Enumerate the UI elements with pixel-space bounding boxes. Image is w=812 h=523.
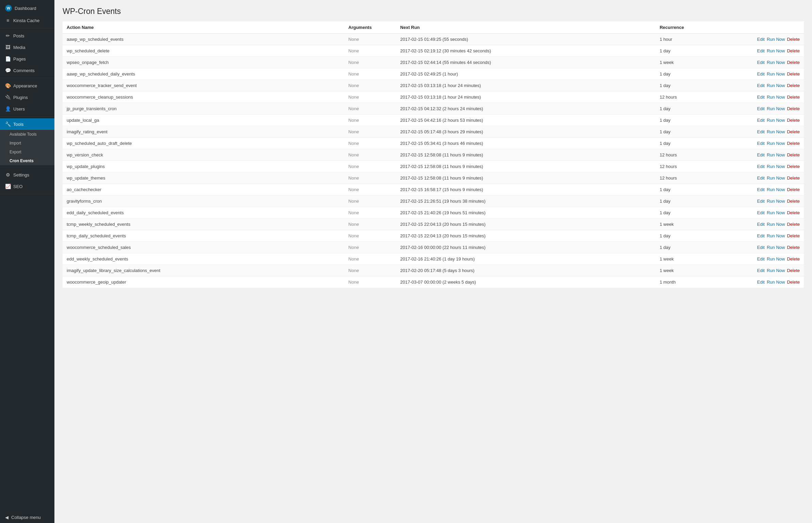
delete-button[interactable]: Delete [787, 164, 800, 169]
sidebar-item-export[interactable]: Export [0, 148, 54, 156]
edit-button[interactable]: Edit [757, 95, 765, 100]
col-header-next-run: Next Run [396, 21, 656, 34]
edit-button[interactable]: Edit [757, 141, 765, 146]
edit-button[interactable]: Edit [757, 60, 765, 65]
delete-button[interactable]: Delete [787, 245, 800, 250]
edit-button[interactable]: Edit [757, 245, 765, 250]
delete-button[interactable]: Delete [787, 48, 800, 53]
edit-button[interactable]: Edit [757, 233, 765, 238]
run-now-button[interactable]: Run Now [767, 233, 785, 238]
edit-button[interactable]: Edit [757, 71, 765, 77]
sidebar-item-kinsta[interactable]: ≡ Kinsta Cache [0, 15, 54, 26]
run-now-button[interactable]: Run Now [767, 118, 785, 123]
edit-button[interactable]: Edit [757, 268, 765, 273]
edit-button[interactable]: Edit [757, 48, 765, 53]
sidebar-item-import[interactable]: Import [0, 139, 54, 148]
dashboard-icon: W [5, 5, 12, 12]
delete-button[interactable]: Delete [787, 129, 800, 134]
run-now-button[interactable]: Run Now [767, 268, 785, 273]
collapse-menu-button[interactable]: ◀ Collapse menu [0, 512, 54, 523]
sidebar-item-settings[interactable]: ⚙ Settings [0, 169, 54, 181]
edit-button[interactable]: Edit [757, 256, 765, 262]
delete-button[interactable]: Delete [787, 95, 800, 100]
delete-button[interactable]: Delete [787, 187, 800, 192]
sidebar-item-posts[interactable]: ✏ Posts [0, 30, 54, 41]
edit-button[interactable]: Edit [757, 222, 765, 227]
edit-button[interactable]: Edit [757, 83, 765, 88]
edit-button[interactable]: Edit [757, 199, 765, 204]
run-now-button[interactable]: Run Now [767, 245, 785, 250]
delete-button[interactable]: Delete [787, 222, 800, 227]
table-row: wp_version_checkNone2017-02-15 12:58:08 … [63, 149, 804, 161]
run-now-button[interactable]: Run Now [767, 83, 785, 88]
sidebar-item-plugins[interactable]: 🔌 Plugins [0, 91, 54, 103]
run-now-button[interactable]: Run Now [767, 141, 785, 146]
sidebar-item-users[interactable]: 👤 Users [0, 103, 54, 115]
delete-button[interactable]: Delete [787, 152, 800, 157]
delete-button[interactable]: Delete [787, 175, 800, 181]
delete-button[interactable]: Delete [787, 60, 800, 65]
sidebar-item-seo[interactable]: 📈 SEO [0, 181, 54, 192]
cell-args: None [344, 80, 396, 91]
cell-recurrence: 1 day [656, 80, 730, 91]
edit-button[interactable]: Edit [757, 129, 765, 134]
delete-button[interactable]: Delete [787, 141, 800, 146]
tools-icon: 🔧 [5, 121, 11, 127]
delete-button[interactable]: Delete [787, 233, 800, 238]
cell-actions: EditRun NowDelete [730, 172, 804, 184]
delete-button[interactable]: Delete [787, 83, 800, 88]
edit-button[interactable]: Edit [757, 210, 765, 215]
main-content: WP-Cron Events Action Name Arguments Nex… [54, 0, 812, 523]
run-now-button[interactable]: Run Now [767, 95, 785, 100]
run-now-button[interactable]: Run Now [767, 106, 785, 111]
cell-next-run: 2017-02-15 04:12:32 (2 hours 24 minutes) [396, 103, 656, 115]
sidebar-item-comments[interactable]: 💬 Comments [0, 65, 54, 76]
edit-button[interactable]: Edit [757, 280, 765, 285]
sidebar-item-dashboard[interactable]: W Dashboard [0, 2, 54, 15]
delete-button[interactable]: Delete [787, 256, 800, 262]
sidebar-item-pages[interactable]: 📄 Pages [0, 53, 54, 65]
cell-args: None [344, 115, 396, 126]
run-now-button[interactable]: Run Now [767, 164, 785, 169]
edit-button[interactable]: Edit [757, 37, 765, 42]
sidebar-item-appearance[interactable]: 🎨 Appearance [0, 80, 54, 91]
delete-button[interactable]: Delete [787, 37, 800, 42]
sidebar-item-media[interactable]: 🖼 Media [0, 41, 54, 53]
delete-button[interactable]: Delete [787, 199, 800, 204]
run-now-button[interactable]: Run Now [767, 256, 785, 262]
run-now-button[interactable]: Run Now [767, 152, 785, 157]
cell-next-run: 2017-02-20 05:17:48 (5 days 3 hours) [396, 265, 656, 276]
run-now-button[interactable]: Run Now [767, 48, 785, 53]
run-now-button[interactable]: Run Now [767, 37, 785, 42]
delete-button[interactable]: Delete [787, 118, 800, 123]
sidebar-item-available-tools[interactable]: Available Tools [0, 130, 54, 139]
edit-button[interactable]: Edit [757, 175, 765, 181]
run-now-button[interactable]: Run Now [767, 199, 785, 204]
run-now-button[interactable]: Run Now [767, 129, 785, 134]
run-now-button[interactable]: Run Now [767, 210, 785, 215]
delete-button[interactable]: Delete [787, 280, 800, 285]
edit-button[interactable]: Edit [757, 152, 765, 157]
pages-icon: 📄 [5, 56, 11, 62]
run-now-button[interactable]: Run Now [767, 222, 785, 227]
cell-next-run: 2017-02-15 03:13:18 (1 hour 24 minutes) [396, 91, 656, 103]
run-now-button[interactable]: Run Now [767, 60, 785, 65]
table-row: wpseo_onpage_fetchNone2017-02-15 02:44:1… [63, 57, 804, 68]
delete-button[interactable]: Delete [787, 106, 800, 111]
edit-button[interactable]: Edit [757, 106, 765, 111]
edit-button[interactable]: Edit [757, 164, 765, 169]
run-now-button[interactable]: Run Now [767, 175, 785, 181]
sidebar-media-label: Media [13, 45, 25, 50]
run-now-button[interactable]: Run Now [767, 280, 785, 285]
delete-button[interactable]: Delete [787, 71, 800, 77]
edit-button[interactable]: Edit [757, 187, 765, 192]
delete-button[interactable]: Delete [787, 210, 800, 215]
sidebar-item-cron-events[interactable]: Cron Events [0, 156, 54, 165]
delete-button[interactable]: Delete [787, 268, 800, 273]
edit-button[interactable]: Edit [757, 118, 765, 123]
sidebar-pages-label: Pages [13, 56, 26, 62]
run-now-button[interactable]: Run Now [767, 71, 785, 77]
sidebar-item-tools[interactable]: 🔧 Tools [0, 118, 54, 130]
run-now-button[interactable]: Run Now [767, 187, 785, 192]
table-row: jp_purge_transients_cronNone2017-02-15 0… [63, 103, 804, 115]
